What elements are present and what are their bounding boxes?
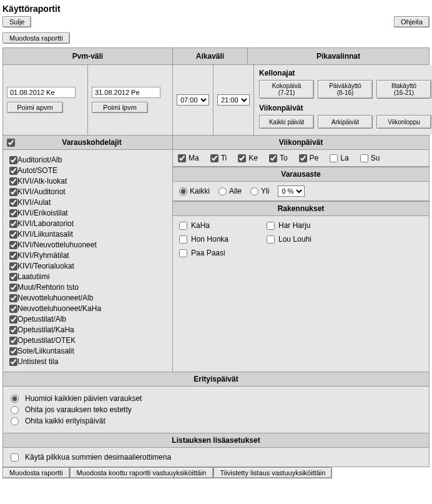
target-item[interactable]: KIVI/Ryhmätilat xyxy=(9,251,166,260)
target-checkbox[interactable] xyxy=(9,167,17,175)
build-report-button-bottom[interactable]: Muodosta raportti xyxy=(2,467,70,478)
occ-pct-select[interactable]: 0 % xyxy=(278,185,305,197)
quick-hours-button-2[interactable]: Iltakäyttö (16-21) xyxy=(376,80,431,99)
weekday-checkbox[interactable] xyxy=(299,154,307,162)
target-item[interactable]: KIVI/Liikuntasalit xyxy=(9,230,166,239)
target-label: Laatutiimi xyxy=(17,272,49,281)
close-button[interactable]: Sulje xyxy=(2,16,31,27)
target-item[interactable]: Opetustilat/OTEK xyxy=(9,336,166,345)
special-radio[interactable] xyxy=(11,395,19,403)
quick-days-button-1[interactable]: Arkipäivät xyxy=(318,115,373,129)
building-checkbox[interactable] xyxy=(267,222,275,230)
time-to-select[interactable]: 21:00 xyxy=(217,94,250,106)
weekday-item[interactable]: To xyxy=(269,154,288,162)
target-item[interactable]: KIVI/Teorialuokat xyxy=(9,262,166,270)
target-checkbox[interactable] xyxy=(9,177,17,185)
end-date-input[interactable] xyxy=(92,87,160,98)
building-checkbox[interactable] xyxy=(179,222,187,230)
report-panel: Pvm-väli Aikaväli Pikavalinnat Poimi apv… xyxy=(2,47,430,467)
target-checkbox[interactable] xyxy=(9,358,17,366)
special-option[interactable]: Ohita jos varauksen teko estetty xyxy=(11,405,421,414)
target-checkbox[interactable] xyxy=(9,326,17,334)
building-item[interactable]: KaHa xyxy=(179,221,254,230)
weekday-item[interactable]: Ke xyxy=(238,154,258,162)
occ-all-radio[interactable] xyxy=(179,187,187,195)
target-checkbox[interactable] xyxy=(9,262,17,270)
target-item[interactable]: Sote/Liikuntasalit xyxy=(9,347,166,355)
special-radio[interactable] xyxy=(11,417,19,425)
building-item[interactable]: Har Harju xyxy=(267,221,354,230)
special-label: Ohita jos varauksen teko estetty xyxy=(25,405,132,414)
target-checkbox[interactable] xyxy=(9,220,17,228)
target-item[interactable]: KIVI/Neuvotteluhuoneet xyxy=(9,240,166,249)
target-item[interactable]: Neuvotteluhuoneet/KaHa xyxy=(9,304,166,313)
building-item[interactable]: Paa Paasi xyxy=(179,249,254,257)
target-checkbox[interactable] xyxy=(9,188,17,196)
target-checkbox[interactable] xyxy=(9,294,17,302)
target-checkbox[interactable] xyxy=(9,199,17,207)
weekday-checkbox[interactable] xyxy=(330,154,338,162)
target-checkbox[interactable] xyxy=(9,209,17,217)
building-checkbox[interactable] xyxy=(267,235,275,244)
target-item[interactable]: KIVI/Aulat xyxy=(9,198,166,207)
special-option[interactable]: Ohita kaikki erityispäivät xyxy=(11,417,421,425)
start-date-input[interactable] xyxy=(7,87,76,98)
target-checkbox[interactable] xyxy=(9,273,17,281)
weekday-checkbox[interactable] xyxy=(238,154,246,162)
building-item[interactable]: Hon Honka xyxy=(179,235,254,244)
pick-end-date-button[interactable]: Poimi lpvm xyxy=(92,102,148,113)
quick-hours-button-0[interactable]: Kokopäivä (7-21) xyxy=(259,80,314,99)
pick-start-date-button[interactable]: Poimi apvm xyxy=(7,102,63,113)
weekday-item[interactable]: Su xyxy=(360,154,380,162)
weekday-item[interactable]: Ti xyxy=(210,154,227,162)
target-checkbox[interactable] xyxy=(9,230,17,239)
help-button[interactable]: Ohjeita xyxy=(394,16,430,27)
target-checkbox[interactable] xyxy=(9,284,17,292)
weekday-checkbox[interactable] xyxy=(269,154,277,162)
target-checkbox[interactable] xyxy=(9,305,17,313)
quick-days-button-0[interactable]: Kaikki päivät xyxy=(259,115,314,129)
occ-under-radio[interactable] xyxy=(218,187,227,195)
weekday-checkbox[interactable] xyxy=(210,154,218,162)
comma-decimal-label: Käytä pilkkua summien desimaalierottimen… xyxy=(25,453,171,462)
target-item[interactable]: KIVI/Laboratoriot xyxy=(9,219,166,228)
target-checkbox[interactable] xyxy=(9,347,17,355)
time-from-select[interactable]: 07:00 xyxy=(177,94,209,106)
target-label: KIVI/Atk-luokat xyxy=(17,177,67,185)
target-item[interactable]: KIVI/Erikoistilat xyxy=(9,209,166,217)
target-item[interactable]: KIVI/Auditoriot xyxy=(9,187,166,196)
target-item[interactable]: Untistest tila xyxy=(9,357,166,366)
building-item[interactable]: Lou Louhi xyxy=(267,235,354,244)
weekday-item[interactable]: La xyxy=(330,154,348,162)
target-item[interactable]: Laatutiimi xyxy=(9,272,166,281)
target-item[interactable]: Opetustilat/Alb xyxy=(9,315,166,324)
target-all-checkbox[interactable] xyxy=(7,139,15,147)
quick-hours-label: Kellonajat xyxy=(259,69,431,77)
comma-decimal-checkbox[interactable] xyxy=(11,453,19,462)
target-checkbox[interactable] xyxy=(9,241,17,249)
target-checkbox[interactable] xyxy=(9,337,17,345)
special-radio[interactable] xyxy=(11,406,19,414)
target-item[interactable]: KIVI/Atk-luokat xyxy=(9,177,166,185)
target-item[interactable]: Neuvotteluhuoneet/Alb xyxy=(9,294,166,302)
occ-over-radio[interactable] xyxy=(250,187,258,195)
quick-days-button-2[interactable]: Viikonloppu xyxy=(376,115,431,129)
target-item[interactable]: Autot/SOTE xyxy=(9,166,166,175)
compact-listing-button[interactable]: Tiivistetty listaus vastuuyksiköittäin xyxy=(214,467,333,478)
weekday-item[interactable]: Pe xyxy=(299,154,319,162)
weekday-item[interactable]: Ma xyxy=(178,154,199,162)
target-item[interactable]: Opetustilat/KaHa xyxy=(9,325,166,334)
quick-hours-button-1[interactable]: Päiväkäyttö (8-16) xyxy=(318,80,373,99)
build-report-button-top[interactable]: Muodosta raportti xyxy=(2,32,70,44)
special-option[interactable]: Huomioi kaikkien päivien varaukset xyxy=(11,394,421,403)
target-checkbox[interactable] xyxy=(9,315,17,324)
target-checkbox[interactable] xyxy=(9,156,17,164)
target-item[interactable]: Auditoriot/Alb xyxy=(9,156,166,164)
target-checkbox[interactable] xyxy=(9,252,17,260)
target-item[interactable]: Muut/Rehtorin tsto xyxy=(9,283,166,292)
building-checkbox[interactable] xyxy=(179,249,187,257)
build-combined-report-button[interactable]: Muodosta koottu raportti vastuuyksiköitt… xyxy=(70,467,214,478)
weekday-checkbox[interactable] xyxy=(178,154,186,162)
weekday-checkbox[interactable] xyxy=(360,154,368,162)
building-checkbox[interactable] xyxy=(179,235,187,244)
